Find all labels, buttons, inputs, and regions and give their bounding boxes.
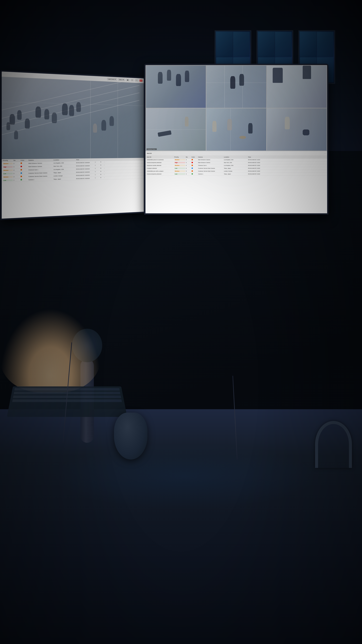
no-cell: 2 (13, 172, 20, 174)
no-cell: 3 (13, 166, 20, 168)
mouse[interactable] (114, 412, 147, 460)
alert-id-cell: Camera tampering detected (147, 162, 174, 163)
alert-id-cell: Unidentified person on premises (147, 159, 174, 160)
no-cell: 3 (13, 176, 20, 178)
camera-cell-3 (267, 66, 327, 108)
action-more[interactable]: › (104, 174, 106, 176)
alert-id-cell: A weapon detected (147, 168, 174, 169)
camera-cell-checkout[interactable]: Checkout Cam 1 (146, 108, 206, 150)
monitor-left-bezel: Last 5 min ▼ Set 2 ▼ ▦ ≡ ⛶ ✕ (0, 70, 145, 220)
location-cell: New York, USA (224, 162, 247, 163)
priority-cell: Low (174, 173, 185, 175)
col-camera: Camera (198, 156, 223, 158)
action-view[interactable]: ⊙ (95, 177, 97, 179)
action-flag[interactable]: ⚑ (100, 171, 102, 173)
time-range-dropdown[interactable]: Last 5 min ▼ (107, 78, 117, 81)
action-more[interactable]: › (104, 161, 106, 163)
action-flag[interactable]: ⚑ (100, 168, 102, 170)
time-range-label: Last 5 min (108, 78, 114, 80)
monitor-left-screen: Last 5 min ▼ Set 2 ▼ ▦ ≡ ⛶ ✕ (2, 72, 144, 218)
time-cell: 05:06:18 AM EST, 3/19/2024 (76, 162, 94, 163)
camera-cell: Camera 1 (28, 178, 53, 180)
color-cell (192, 173, 197, 175)
col-priority: Priority (174, 156, 185, 158)
action-more[interactable]: › (104, 177, 106, 179)
no-cell: 3 (186, 173, 191, 175)
action-flag[interactable]: ⚑ (100, 174, 102, 176)
priority-cell: Medium (174, 170, 185, 172)
table-row: A weapon detected Low 6 Customer Service… (145, 167, 327, 170)
set-dropdown-icon: ▼ (122, 79, 124, 80)
action-more[interactable]: › (104, 164, 106, 166)
col-location: Location (53, 159, 75, 161)
action-view[interactable]: ⊙ (95, 168, 97, 170)
list-view-btn[interactable]: ≡ (131, 79, 134, 82)
time-cell: 05:06:18 AM EST, 3/19/2024 (76, 172, 94, 173)
action-more[interactable]: › (104, 171, 106, 173)
priority-cell: Medium (174, 165, 185, 166)
no-cell: 4 (13, 169, 20, 171)
monitor-right-screen: Checkout Cam 1 (145, 65, 327, 213)
color-cell (192, 165, 197, 166)
action-view[interactable]: ⊙ (95, 164, 97, 166)
no-cell: 2 (13, 162, 20, 164)
col-no: No. (186, 156, 191, 158)
color-cell (192, 170, 197, 172)
action-view[interactable]: ⊙ (95, 162, 97, 164)
location-cell: New York, USA (53, 165, 75, 167)
action-flag[interactable]: ⚑ (100, 164, 102, 166)
action-flag[interactable]: ⚑ (100, 177, 102, 179)
camera-cell: Main Entrance Camera (198, 162, 223, 163)
operator-hand (0, 308, 100, 392)
no-cell: 5 (186, 170, 191, 172)
camera-cell: Checkout Cam 1 (28, 169, 53, 171)
no-cell: 3 (186, 162, 191, 163)
camera-cell: Customer Service Desk Camera (198, 170, 223, 172)
monitor-left: Last 5 min ▼ Set 2 ▼ ▦ ≡ ⛶ ✕ (3, 74, 149, 216)
location-cell: Tokyo, Japan (53, 172, 75, 174)
location-cell: Los Angeles, USA (53, 168, 75, 170)
color-cell (21, 162, 28, 164)
grid-view-btn[interactable]: ▦ (126, 79, 130, 81)
col-action3 (104, 159, 107, 160)
location-cell: Los Angeles, USA (224, 159, 247, 160)
action-view[interactable]: ⊙ (95, 171, 97, 173)
priority-cell: Medium (174, 159, 185, 160)
color-cell (21, 176, 28, 178)
time-cell: 05:06:18 AM EST, 3/19/2024 (76, 174, 94, 176)
table-row: Unidentified person on premises Medium 2… (145, 158, 327, 161)
table-row: Unidentified pers with a weapon Medium 5… (145, 170, 327, 173)
alert-id-label: Alert ID (147, 152, 151, 154)
action-more[interactable]: › (104, 168, 106, 170)
col-camera: Camera (28, 159, 53, 161)
priority-cell: Medium (3, 163, 13, 164)
location-cell: London, Europe (224, 170, 247, 172)
camera-cell-6 (267, 108, 327, 150)
set-label: Set 2 (119, 79, 122, 80)
col-action1 (95, 159, 99, 160)
right-table-header: Alert ID Priority No. Color Camera Locat… (145, 156, 327, 158)
col-location: Location (224, 156, 247, 158)
col-no: No. (13, 160, 20, 161)
priority-cell: Low (3, 173, 13, 174)
left-alert-table: Priority No. Color Camera Location Time (2, 158, 144, 218)
left-camera-feed (2, 77, 144, 159)
action-flag[interactable]: ⚑ (100, 161, 102, 163)
col-color: Color (192, 156, 197, 158)
action-view[interactable]: ⊙ (95, 174, 97, 176)
location-cell: Tokyo, Japan (53, 178, 75, 180)
right-alert-header-bar: Alert ID ··· (145, 151, 327, 156)
col-priority: Priority (3, 160, 13, 161)
camera-cell: Customer Service Desk Camera (28, 172, 53, 174)
expand-btn[interactable]: ⛶ (135, 79, 138, 82)
monitor-right: Checkout Cam 1 (144, 64, 329, 215)
col-time: Time (76, 159, 94, 160)
table-row: Camera tampering detected High 3 Main En… (145, 161, 327, 164)
more-options-btn[interactable]: ··· (325, 152, 326, 154)
priority-cell: Low (174, 168, 185, 169)
location-cell: Tokyo, Japan (224, 168, 247, 169)
set-dropdown[interactable]: Set 2 ▼ (118, 78, 125, 81)
left-screen-inner: Last 5 min ▼ Set 2 ▼ ▦ ≡ ⛶ ✕ (2, 72, 144, 218)
camera-cell: Main Entrance Camera (198, 159, 223, 160)
close-btn[interactable]: ✕ (139, 79, 143, 82)
